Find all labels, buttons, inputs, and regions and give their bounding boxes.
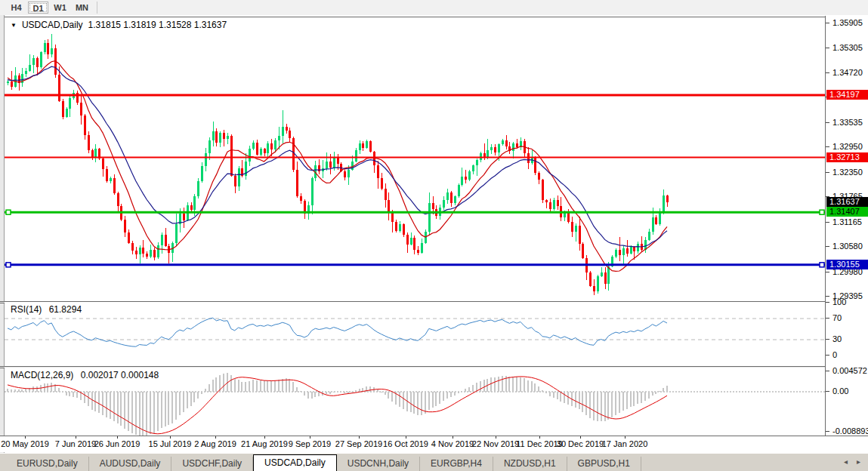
price-tick-mark [826, 122, 829, 123]
date-tick-label: 11 Dec 2019 [516, 439, 563, 448]
chart-tab-eurusd-daily[interactable]: EURUSD,Daily [6, 457, 89, 471]
price-axis[interactable]: 1.359051.353051.347201.341351.335351.329… [825, 16, 868, 436]
price-badge-1.32713: 1.32713 [826, 152, 868, 162]
price-tick-mark [826, 296, 829, 297]
timeframe-button-w1[interactable]: W1 [50, 2, 70, 14]
macd-tick-label: 0.00 [832, 386, 848, 396]
price-badge-1.34197: 1.34197 [826, 90, 868, 100]
rsi-tick-mark [826, 318, 829, 319]
macd-tick-mark [826, 431, 829, 432]
date-tick-label: 16 Oct 2019 [383, 439, 428, 448]
tabs-scroll-left-icon[interactable]: ◂ [844, 457, 848, 466]
timeframe-button-mn[interactable]: MN [72, 2, 92, 14]
chart-symbol-label: USDCAD,Daily [22, 20, 83, 30]
chart-tab-usdchf-daily[interactable]: USDCHF,Daily [171, 457, 253, 471]
timeframe-button-d1[interactable]: D1 [28, 2, 48, 14]
date-tick-label: 20 May 2019 [1, 439, 49, 448]
price-tick-label: 1.35905 [832, 18, 863, 27]
macd-tick-label: 0.004572 [832, 366, 867, 375]
price-tick-mark [826, 172, 829, 173]
rsi-label: RSI(14) [11, 304, 42, 315]
price-tick-label: 1.31165 [832, 217, 862, 226]
price-tick-label: 1.34720 [832, 68, 863, 77]
chart-tab-gbpusd-h1[interactable]: GBPUSD,H1 [567, 457, 641, 471]
price-tick-mark [826, 146, 829, 147]
rsi-tick-label: 0 [832, 350, 837, 359]
price-tick-mark [826, 222, 829, 223]
chart-tabs: EURUSD,DailyAUDUSD,DailyUSDCHF,DailyUSDC… [6, 454, 641, 471]
price-tick-label: 1.30580 [832, 242, 863, 251]
date-tick-label: 30 Dec 2019 [557, 439, 604, 448]
date-tick-mark [539, 436, 540, 439]
rsi-chart[interactable] [5, 302, 825, 365]
rsi-line [8, 318, 667, 346]
hline-handle[interactable] [6, 210, 11, 214]
chart-tab-audusd-daily[interactable]: AUDUSD,Daily [89, 457, 172, 471]
chart-title: ▼ USDCAD,Daily 1.31815 1.31819 1.31528 1… [11, 20, 227, 30]
timeframe-toolbar: H4D1W1MN [0, 0, 868, 16]
date-tick-mark [496, 436, 496, 439]
chart-tab-usdcad-daily[interactable]: USDCAD,Daily [253, 454, 337, 471]
price-badge-1.31637: 1.31637 [826, 197, 868, 207]
date-tick-mark [76, 436, 76, 439]
candlesticks [7, 34, 669, 295]
date-tick-mark [406, 436, 406, 439]
rsi-tick-label: 100 [832, 297, 846, 306]
price-chart-pane[interactable]: ▼ USDCAD,Daily 1.31815 1.31819 1.31528 1… [5, 17, 825, 300]
hline-handle[interactable] [6, 263, 11, 267]
rsi-tick-label: 70 [832, 313, 842, 322]
date-tick-label: 27 Sep 2019 [335, 439, 382, 448]
terminal-window: H4D1W1MN ▼ USDCAD,Daily 1.31815 1.31819 … [0, 0, 868, 471]
price-badge-1.31407: 1.31407 [826, 207, 868, 217]
price-tick-mark [826, 23, 829, 23]
chart-ohlc-values: 1.31815 1.31819 1.31528 1.31637 [88, 20, 227, 30]
price-tick-mark [826, 72, 829, 73]
price-tick-mark [826, 272, 829, 272]
rsi-value: 61.8294 [49, 304, 82, 315]
date-tick-mark [117, 436, 118, 439]
macd-tick-mark [826, 371, 829, 371]
date-tick-label: 4 Nov 2019 [431, 439, 474, 448]
tabs-scroll-right-icon[interactable]: ▸ [857, 457, 860, 466]
hline-handle[interactable] [820, 263, 824, 267]
date-tick-label: 26 Jun 2019 [94, 439, 141, 448]
date-tick-label: 2 Aug 2019 [194, 439, 236, 448]
time-axis[interactable]: 20 May 20197 Jun 201926 Jun 201915 Jul 2… [0, 436, 868, 452]
date-tick-mark [215, 436, 216, 439]
chart-tab-usdcnh-daily[interactable]: USDCNH,Daily [337, 457, 420, 471]
macd-label-row: MACD(12,26,9) 0.002017 0.000148 [11, 370, 159, 380]
rsi-label-row: RSI(14) 61.8294 [11, 304, 82, 315]
chart-tab-eurgbp-h4[interactable]: EURGBP,H4 [420, 457, 493, 471]
chart-tab-bar: EURUSD,DailyAUDUSD,DailyUSDCHF,DailyUSDC… [0, 453, 868, 471]
price-tick-label: 1.32350 [832, 168, 863, 177]
date-tick-label: 22 Nov 2019 [472, 439, 519, 448]
price-tick-label: 1.32950 [832, 142, 863, 151]
date-tick-mark [264, 436, 265, 439]
price-tick-mark [826, 48, 829, 48]
chart-tab-nzdusd-h1[interactable]: NZDUSD,H1 [493, 457, 567, 471]
rsi-tick-mark [826, 339, 829, 340]
date-tick-label: 15 Jul 2019 [149, 439, 192, 448]
date-tick-mark [580, 436, 581, 439]
macd-tick-mark [826, 391, 829, 392]
chart-window: ▼ USDCAD,Daily 1.31815 1.31819 1.31528 1… [0, 15, 868, 453]
macd-tick-label: -0.008893 [832, 426, 868, 436]
price-tick-label: 1.35305 [832, 43, 863, 52]
hline-handle[interactable] [820, 210, 824, 214]
date-tick-label: 9 Sep 2019 [289, 439, 331, 448]
price-tick-mark [826, 246, 829, 247]
date-tick-label: 7 Jun 2019 [55, 439, 96, 448]
price-tick-label: 1.33535 [832, 118, 863, 127]
rsi-tick-label: 30 [832, 334, 842, 343]
date-tick-mark [170, 436, 171, 439]
macd-values: 0.002017 0.000148 [81, 370, 159, 380]
macd-histogram [8, 373, 667, 436]
macd-indicator-pane[interactable]: MACD(12,26,9) 0.002017 0.000148 [5, 368, 825, 436]
symbol-dropdown-icon[interactable]: ▼ [11, 22, 17, 29]
candlestick-chart[interactable] [5, 17, 825, 300]
rsi-indicator-pane[interactable]: RSI(14) 61.8294 [5, 302, 825, 365]
macd-label: MACD(12,26,9) [11, 370, 73, 380]
date-tick-mark [625, 436, 626, 439]
timeframe-button-h4[interactable]: H4 [6, 2, 26, 14]
date-tick-mark [359, 436, 360, 439]
